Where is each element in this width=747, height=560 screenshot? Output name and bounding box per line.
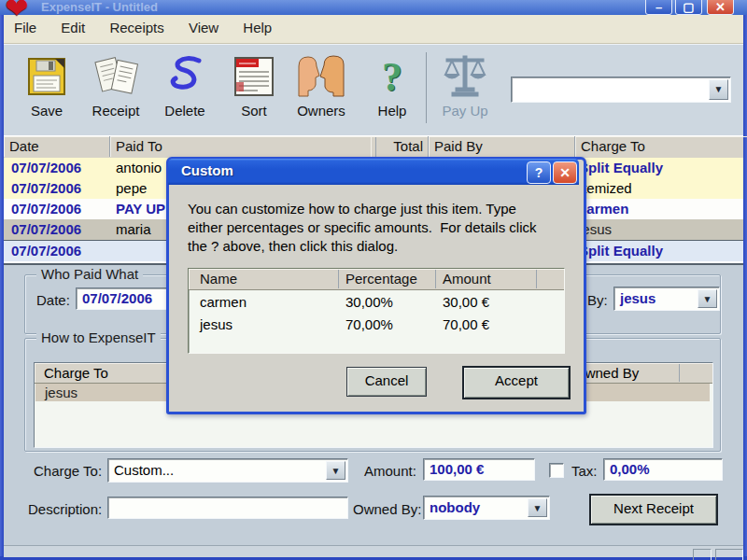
dialog-cell-name: carmen (200, 291, 247, 314)
cell-charge-to[interactable]: jesus (573, 219, 745, 240)
amount-label: Amount: (364, 463, 416, 479)
dialog-message-line: the ? above, then click this dialog. (188, 238, 571, 257)
faces-icon (291, 50, 351, 103)
receipt-button[interactable]: Receipt (86, 50, 146, 131)
owners-button[interactable]: Owners (291, 50, 351, 131)
save-button[interactable]: Save (17, 50, 77, 131)
toolbar-combobox[interactable]: ▼ (511, 77, 731, 103)
next-receipt-button[interactable]: Next Receipt (589, 494, 718, 525)
chevron-down-icon[interactable]: ▼ (326, 461, 345, 480)
tax-checkbox[interactable] (549, 463, 564, 478)
save-label: Save (17, 103, 77, 119)
dialog-column-percentage[interactable]: Percentage (345, 269, 417, 289)
dialog-title: Custom (181, 162, 233, 178)
close-button[interactable]: ✕ (707, 0, 734, 15)
receipts-table-header: Date Paid To Total Paid By Charge To (4, 135, 743, 159)
cell-charge-to[interactable]: carmen (573, 199, 745, 219)
charge-to-label: Charge To: (34, 463, 102, 479)
cell-date[interactable]: 07/07/2006 (6, 241, 114, 261)
scales-icon (435, 50, 495, 103)
app-heart-icon[interactable]: ❤ (5, 0, 28, 24)
paid-by-combobox[interactable]: jesus ▼ (613, 287, 720, 311)
charge-to-value: Custom... (114, 462, 174, 478)
toolbar: Save (4, 44, 743, 137)
maximize-button[interactable]: ▢ (675, 0, 702, 15)
dialog-column-amount[interactable]: Amount (443, 269, 491, 289)
chevron-down-icon[interactable]: ▼ (528, 498, 547, 517)
floppy-icon (17, 50, 77, 103)
owners-label: Owners (291, 103, 351, 119)
column-header-total[interactable]: Total (371, 136, 429, 157)
cell-date[interactable]: 07/07/2006 (6, 199, 114, 219)
sort-button[interactable]: Sort (224, 50, 284, 131)
cell-date[interactable]: 07/07/2006 (6, 178, 114, 199)
owned-by-value: nobody (430, 499, 480, 515)
question-mark-icon: ? (362, 50, 422, 103)
paid-by-label: By: (587, 292, 608, 308)
tax-label: Tax: (571, 463, 598, 479)
title-bar[interactable]: ExpenseIT - Untitled (0, 0, 747, 15)
column-header-date[interactable]: Date (4, 136, 110, 157)
receipt-icon (86, 50, 146, 103)
dialog-cell-name: jesus (200, 314, 233, 336)
help-button[interactable]: ? Help (362, 50, 422, 131)
menu-receipts[interactable]: Receipts (99, 15, 174, 43)
menu-help[interactable]: Help (233, 15, 282, 43)
receipt-label: Receipt (86, 103, 146, 119)
dialog-message-line: either percentages or specific amounts. … (188, 219, 571, 238)
calendar-icon (224, 50, 284, 103)
custom-dialog: Custom ? ✕ You can customize how to char… (166, 157, 586, 414)
dialog-column-name[interactable]: Name (200, 269, 237, 289)
owned-by-combobox[interactable]: nobody ▼ (423, 496, 550, 520)
cell-charge-to[interactable]: Split Equally (573, 241, 745, 261)
window-title: ExpenseIT - Untitled (41, 0, 158, 14)
chevron-down-icon[interactable]: ▼ (709, 79, 728, 100)
resize-grip (715, 549, 743, 560)
status-panel (693, 549, 712, 560)
chevron-down-icon[interactable]: ▼ (698, 289, 717, 308)
cell-date[interactable]: 07/07/2006 (6, 158, 114, 178)
app-window: ExpenseIT - Untitled ❤ – ▢ ✕ File Edit R… (0, 0, 747, 560)
dialog-split-table: Name Percentage Amount carmen 30,00% 30,… (188, 268, 565, 354)
dialog-message-line: You can customize how to charge just thi… (188, 201, 571, 219)
dialog-title-bar[interactable]: Custom ? ✕ (168, 159, 579, 185)
dialog-close-icon[interactable]: ✕ (553, 161, 577, 184)
amount-input[interactable]: 100,00 € (423, 458, 535, 481)
column-header-paid-to[interactable]: Paid To (110, 136, 376, 157)
menu-view[interactable]: View (178, 15, 229, 43)
status-bar (4, 545, 743, 557)
who-paid-what-title: Who Paid What (36, 266, 143, 282)
date-label: Date: (36, 292, 70, 308)
tax-input[interactable]: 0,00% (603, 458, 723, 481)
delete-button[interactable]: Delete (155, 50, 215, 131)
cell-charge-to[interactable]: Itemized (573, 178, 745, 199)
column-header-charge-to[interactable]: Charge To (575, 136, 747, 157)
owned-by-label: Owned By: (353, 501, 421, 517)
delete-label: Delete (155, 103, 215, 119)
dialog-cell-amount: 70,00 € (443, 314, 489, 336)
window-border-right (743, 15, 747, 560)
cell-date[interactable]: 07/07/2006 (6, 219, 114, 240)
menu-edit[interactable]: Edit (50, 15, 95, 43)
cancel-button[interactable]: Cancel (346, 367, 427, 397)
dialog-cell-percentage: 70,00% (345, 314, 393, 336)
menu-bar: File Edit Receipts View Help (4, 15, 743, 44)
delete-scribble-icon (155, 50, 215, 103)
description-input[interactable] (107, 497, 348, 519)
description-label: Description: (28, 501, 102, 517)
how-to-expenseit-title: How to ExpenseIT (36, 329, 161, 345)
dialog-table-header: Name Percentage Amount (189, 269, 564, 290)
payup-label: Pay Up (435, 103, 495, 119)
dialog-help-icon[interactable]: ? (527, 161, 551, 184)
charge-list-cell: jesus (35, 385, 78, 400)
dialog-cell-amount: 30,00 € (443, 291, 489, 314)
toolbar-separator (426, 52, 427, 123)
column-header-paid-by[interactable]: Paid By (429, 136, 575, 157)
charge-to-column-header[interactable]: Charge To (44, 363, 108, 383)
paid-by-value: jesus (620, 290, 655, 306)
cell-charge-to[interactable]: Split Equally (573, 158, 745, 178)
sort-label: Sort (224, 103, 284, 119)
accept-button[interactable]: Accept (462, 366, 571, 399)
charge-to-combobox[interactable]: Custom... ▼ (107, 458, 348, 483)
minimize-button[interactable]: – (645, 0, 672, 15)
